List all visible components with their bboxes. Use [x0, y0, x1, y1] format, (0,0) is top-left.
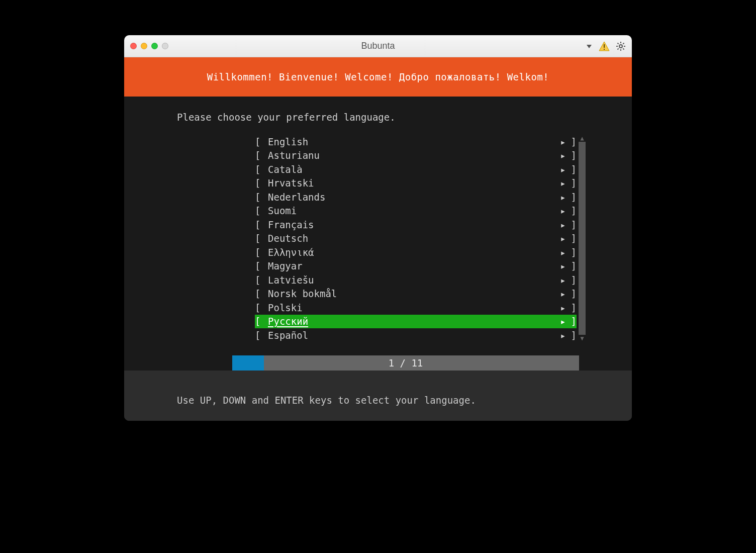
- bracket-left: [: [255, 205, 268, 216]
- close-icon[interactable]: [130, 43, 137, 49]
- submenu-arrow-icon: ▸: [556, 219, 570, 230]
- bracket-right: ]: [570, 247, 577, 258]
- language-option[interactable]: [ Hrvatski▸]: [255, 176, 577, 191]
- bracket-right: ]: [570, 150, 577, 161]
- language-name: Asturianu: [268, 150, 556, 161]
- language-name: Suomi: [268, 205, 556, 216]
- submenu-arrow-icon: ▸: [556, 274, 570, 286]
- language-name: Español: [268, 330, 556, 341]
- language-option[interactable]: [ Català▸]: [255, 162, 577, 176]
- language-option[interactable]: [ Nederlands▸]: [255, 190, 577, 204]
- scrollbar[interactable]: ▲ ▼: [579, 135, 586, 342]
- submenu-arrow-icon: ▸: [556, 233, 570, 244]
- scroll-up-icon[interactable]: ▲: [580, 135, 584, 142]
- bracket-right: ]: [570, 177, 577, 189]
- bracket-right: ]: [570, 330, 577, 341]
- language-option[interactable]: [ Français▸]: [255, 218, 577, 232]
- bracket-left: [: [255, 219, 268, 230]
- window-title: Bubunta: [361, 41, 395, 51]
- terminal-body: Please choose your preferred language. […: [124, 97, 632, 421]
- bracket-right: ]: [570, 302, 577, 313]
- bracket-right: ]: [570, 164, 577, 175]
- language-name: Hrvatski: [268, 177, 556, 189]
- language-option[interactable]: [ Русский▸]: [255, 315, 577, 329]
- submenu-arrow-icon: ▸: [556, 247, 570, 258]
- bracket-right: ]: [570, 316, 577, 327]
- bracket-right: ]: [570, 192, 577, 203]
- language-option[interactable]: [ English▸]: [255, 135, 577, 149]
- language-option[interactable]: [ Magyar▸]: [255, 259, 577, 273]
- titlebar-right: [586, 41, 626, 51]
- submenu-arrow-icon: ▸: [556, 302, 570, 313]
- disabled-dot-icon: [162, 43, 168, 49]
- bracket-left: [: [255, 177, 268, 189]
- language-name: Ελληνικά: [268, 247, 556, 258]
- scroll-track[interactable]: [579, 142, 586, 335]
- vm-window: Bubunta: [124, 35, 632, 421]
- language-name: Deutsch: [268, 233, 556, 244]
- submenu-arrow-icon: ▸: [556, 316, 570, 327]
- dropdown-icon[interactable]: [586, 43, 593, 50]
- bracket-left: [: [255, 288, 268, 299]
- language-name: Català: [268, 164, 556, 175]
- bracket-left: [: [255, 164, 268, 175]
- gear-icon[interactable]: [616, 41, 626, 51]
- language-option[interactable]: [ Asturianu▸]: [255, 149, 577, 163]
- language-option[interactable]: [ Suomi▸]: [255, 204, 577, 218]
- svg-marker-0: [587, 45, 592, 48]
- bracket-left: [: [255, 136, 268, 147]
- language-name: Français: [268, 219, 556, 230]
- progress-label: 1 / 11: [389, 357, 423, 368]
- language-name: Norsk bokmål: [268, 288, 556, 299]
- submenu-arrow-icon: ▸: [556, 164, 570, 175]
- progress-area: 1 / 11: [124, 355, 632, 371]
- minimize-icon[interactable]: [141, 43, 147, 49]
- welcome-banner: Willkommen! Bienvenue! Welcome! Добро по…: [124, 57, 632, 97]
- language-option[interactable]: [ Deutsch▸]: [255, 232, 577, 246]
- language-option[interactable]: [ Ελληνικά▸]: [255, 245, 577, 259]
- svg-line-12: [623, 43, 624, 44]
- language-name: Latviešu: [268, 274, 556, 286]
- language-option[interactable]: [ Español▸]: [255, 328, 577, 342]
- bracket-left: [: [255, 247, 268, 258]
- bracket-left: [: [255, 260, 268, 271]
- zoom-icon[interactable]: [151, 43, 158, 49]
- submenu-arrow-icon: ▸: [556, 260, 570, 271]
- language-name: English: [268, 136, 556, 147]
- bracket-left: [: [255, 233, 268, 244]
- bracket-right: ]: [570, 205, 577, 216]
- bracket-right: ]: [570, 219, 577, 230]
- submenu-arrow-icon: ▸: [556, 150, 570, 161]
- svg-line-10: [623, 48, 624, 49]
- traffic-lights: [130, 43, 168, 49]
- bracket-left: [: [255, 150, 268, 161]
- footer-hint: Use UP, DOWN and ENTER keys to select yo…: [124, 380, 632, 421]
- language-name: Magyar: [268, 260, 556, 271]
- bracket-right: ]: [570, 274, 577, 286]
- titlebar: Bubunta: [124, 35, 632, 57]
- bracket-left: [: [255, 316, 268, 327]
- bracket-right: ]: [570, 288, 577, 299]
- bracket-right: ]: [570, 136, 577, 147]
- language-name: Polski: [268, 302, 556, 313]
- scroll-down-icon[interactable]: ▼: [580, 335, 584, 342]
- svg-rect-2: [604, 44, 605, 48]
- submenu-arrow-icon: ▸: [556, 330, 570, 341]
- svg-line-11: [618, 48, 619, 49]
- warning-icon[interactable]: [599, 41, 610, 51]
- language-option[interactable]: [ Norsk bokmål▸]: [255, 287, 577, 301]
- bracket-left: [: [255, 302, 268, 313]
- submenu-arrow-icon: ▸: [556, 192, 570, 203]
- language-option[interactable]: [ Polski▸]: [255, 301, 577, 315]
- progress-fill: [232, 355, 264, 371]
- svg-point-4: [619, 45, 622, 48]
- language-name: Nederlands: [268, 192, 556, 203]
- submenu-arrow-icon: ▸: [556, 205, 570, 216]
- language-option[interactable]: [ Latviešu▸]: [255, 273, 577, 287]
- language-list[interactable]: [ English▸][ Asturianu▸][ Català▸][ Hrva…: [124, 135, 632, 342]
- svg-line-9: [618, 43, 619, 44]
- svg-rect-3: [604, 49, 605, 50]
- bracket-left: [: [255, 192, 268, 203]
- bracket-right: ]: [570, 233, 577, 244]
- prompt-text: Please choose your preferred language.: [124, 112, 632, 135]
